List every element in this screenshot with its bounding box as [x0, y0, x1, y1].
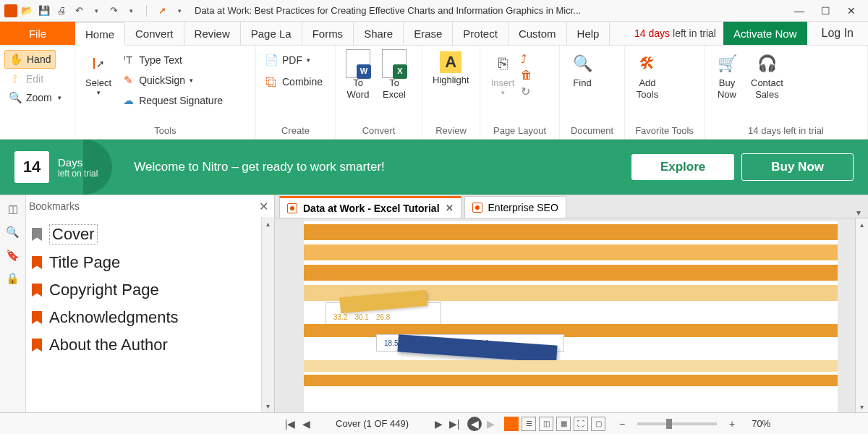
- delete-page-icon[interactable]: 🗑: [521, 69, 532, 82]
- highlight-button[interactable]: AHighlight: [427, 48, 475, 89]
- view-continuous-icon[interactable]: ☰: [522, 417, 536, 431]
- close-panel-icon[interactable]: ✕: [259, 200, 268, 213]
- group-label-review: Review: [427, 125, 475, 139]
- type-text-icon: ᴵT: [122, 54, 135, 67]
- select-button[interactable]: I➚Select▾: [80, 48, 117, 99]
- hand-tool[interactable]: ✋Hand: [4, 50, 56, 69]
- minimize-icon[interactable]: —: [793, 4, 806, 17]
- tab-protect[interactable]: Protect: [453, 22, 509, 45]
- tab-home[interactable]: Home: [75, 22, 125, 46]
- scroll-down-icon[interactable]: ▾: [856, 401, 868, 412]
- bookmarks-panel: Bookmarks ✕ Cover Title Page Copyright P…: [26, 195, 275, 412]
- first-page-icon[interactable]: |◀: [283, 417, 297, 431]
- word-icon: W: [346, 51, 370, 76]
- bookmark-item[interactable]: Cover: [30, 220, 257, 249]
- forward-icon[interactable]: ▶: [483, 417, 498, 431]
- next-page-icon[interactable]: ▶: [431, 417, 446, 431]
- trial-banner: 14 Days left on trial Welcome to Nitro –…: [0, 140, 868, 195]
- doc-tab-2[interactable]: Enterprise SEO: [464, 196, 566, 218]
- pages-panel-icon[interactable]: ◫: [5, 201, 21, 217]
- print-icon[interactable]: 🖨: [55, 4, 68, 17]
- undo-drop-icon[interactable]: ▾: [90, 4, 103, 17]
- tab-pagela[interactable]: Page La: [241, 22, 302, 45]
- pdf-file-icon: [472, 203, 482, 213]
- buy-now-button[interactable]: 🛒Buy Now: [709, 48, 745, 103]
- combine-icon: ⿻: [265, 75, 278, 88]
- scroll-down-icon[interactable]: ▾: [262, 399, 274, 412]
- bookmarks-scrollbar[interactable]: ▴ ▾: [261, 217, 274, 412]
- tab-help[interactable]: Help: [567, 22, 610, 45]
- redo-icon[interactable]: ↷: [107, 4, 120, 17]
- edit-tool[interactable]: ⟟Edit: [4, 70, 48, 88]
- to-word-button[interactable]: WTo Word: [340, 48, 376, 103]
- tab-review[interactable]: Review: [184, 22, 241, 45]
- tab-menu-icon[interactable]: ▾: [856, 208, 861, 218]
- group-label-tools: Tools: [80, 125, 251, 139]
- save-icon[interactable]: 💾: [38, 4, 51, 17]
- zoom-tool[interactable]: 🔍Zoom▾: [4, 89, 66, 106]
- undo-icon[interactable]: ↶: [72, 4, 85, 17]
- view-fit-icon[interactable]: ▢: [591, 417, 605, 431]
- back-icon[interactable]: ◀: [467, 417, 482, 431]
- last-page-icon[interactable]: ▶|: [447, 417, 461, 431]
- view-fullscreen-icon[interactable]: ⛶: [574, 417, 588, 431]
- open-icon[interactable]: 📂: [20, 4, 33, 17]
- bookmarks-title: Bookmarks: [29, 200, 80, 212]
- doc-scrollbar[interactable]: ▴ ▾: [855, 218, 868, 412]
- zoom-slider[interactable]: [637, 422, 717, 425]
- zoom-in-icon[interactable]: +: [725, 417, 739, 431]
- zoom-out-icon[interactable]: −: [615, 417, 629, 431]
- bookmark-item[interactable]: Title Page: [30, 249, 257, 276]
- close-tab-icon[interactable]: ✕: [446, 203, 454, 213]
- tab-custom[interactable]: Custom: [509, 22, 567, 45]
- qat-drop-icon[interactable]: ▾: [173, 4, 186, 17]
- insert-button[interactable]: ⎘Insert▾: [485, 48, 521, 99]
- highlight-icon: A: [440, 51, 461, 73]
- rotate-icon[interactable]: ↻: [521, 85, 532, 98]
- doc-tab-1[interactable]: Data at Work - Excel Tutorial✕: [279, 196, 461, 218]
- contact-sales-button[interactable]: 🎧Contact Sales: [745, 48, 789, 103]
- find-button[interactable]: 🔍Find: [564, 48, 600, 92]
- quick-access-toolbar: 📂 💾 🖨 ↶ ▾ ↷ ▾ ➚ ▾: [20, 4, 186, 17]
- add-tools-button[interactable]: 🛠Add Tools: [629, 48, 665, 103]
- group-label-favtools: Favorite Tools: [629, 125, 699, 139]
- trial-status: 14 daysleft in trial: [634, 22, 716, 45]
- buy-now-banner-button[interactable]: Buy Now: [741, 153, 854, 181]
- view-facing-cont-icon[interactable]: ▦: [556, 417, 571, 431]
- bookmark-item[interactable]: Acknowledgments: [30, 304, 257, 331]
- bookmark-item[interactable]: About the Author: [30, 331, 257, 359]
- group-label-trial: 14 days left in trial: [709, 125, 863, 139]
- extract-icon[interactable]: ⤴: [521, 53, 532, 66]
- ribbon: ✋Hand ⟟Edit 🔍Zoom▾ I➚Select▾ ᴵTType Text…: [0, 46, 868, 140]
- explore-button[interactable]: Explore: [631, 154, 734, 180]
- bookmark-item[interactable]: Copyright Page: [30, 276, 257, 304]
- redo-drop-icon[interactable]: ▾: [124, 4, 137, 17]
- bookmarks-panel-icon[interactable]: 🔖: [5, 247, 21, 263]
- activate-button[interactable]: Activate Now: [723, 22, 807, 45]
- page-view[interactable]: 33.230.126.8 18.518.919.31919.6: [304, 221, 838, 412]
- quicksign-button[interactable]: ✎QuickSign▾: [117, 72, 227, 89]
- view-facing-icon[interactable]: ◫: [539, 417, 553, 431]
- pdf-button[interactable]: 📄PDF▾: [260, 51, 315, 69]
- tab-share[interactable]: Share: [354, 22, 404, 45]
- to-excel-button[interactable]: XTo Excel: [376, 48, 412, 103]
- tab-convert[interactable]: Convert: [125, 22, 184, 45]
- security-panel-icon[interactable]: 🔒: [5, 271, 21, 286]
- close-icon[interactable]: ✕: [845, 4, 858, 17]
- request-sig-button[interactable]: ☁Request Signature: [117, 92, 227, 109]
- tab-erase[interactable]: Erase: [404, 22, 453, 45]
- login-button[interactable]: Log In: [822, 22, 854, 45]
- combine-button[interactable]: ⿻Combine: [260, 73, 327, 90]
- search-panel-icon[interactable]: 🔍: [5, 224, 21, 240]
- ribbon-tabs: File Home Convert Review Page La Forms S…: [0, 22, 868, 46]
- scroll-up-icon[interactable]: ▴: [856, 218, 868, 230]
- type-text-button[interactable]: ᴵTType Text: [117, 51, 227, 69]
- zoom-level: 70%: [752, 418, 770, 429]
- tab-file[interactable]: File: [0, 22, 75, 45]
- select-tool-icon[interactable]: ➚: [156, 4, 169, 17]
- view-single-icon[interactable]: [504, 417, 519, 431]
- scroll-up-icon[interactable]: ▴: [262, 217, 274, 230]
- maximize-icon[interactable]: ☐: [819, 4, 832, 17]
- tab-forms[interactable]: Forms: [302, 22, 354, 45]
- prev-page-icon[interactable]: ◀: [299, 417, 313, 431]
